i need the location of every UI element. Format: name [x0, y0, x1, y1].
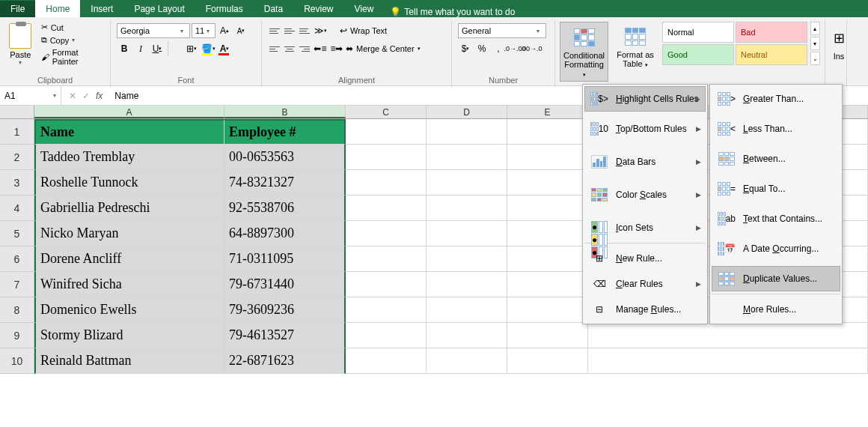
- cell-E5[interactable]: [507, 221, 588, 246]
- cell-B3[interactable]: 74-8321327: [224, 170, 346, 196]
- cell-E8[interactable]: [507, 297, 588, 323]
- decrease-decimal-button[interactable]: .00→.0: [524, 41, 539, 56]
- format-as-table-button[interactable]: Format as Table ▾: [611, 22, 659, 71]
- cell-E6[interactable]: [507, 246, 588, 272]
- tab-data[interactable]: Data: [254, 1, 293, 17]
- cell-D1[interactable]: [427, 119, 507, 145]
- name-box[interactable]: A1 ▾: [0, 86, 61, 105]
- align-middle-button[interactable]: [283, 24, 296, 37]
- border-button[interactable]: ⊞▾: [184, 41, 199, 56]
- tell-me-search[interactable]: 💡 Tell me what you want to do: [390, 7, 515, 17]
- col-header-B[interactable]: B: [224, 106, 346, 118]
- row-header-2[interactable]: 2: [0, 145, 34, 170]
- row-header-6[interactable]: 6: [0, 246, 34, 272]
- cell-A2[interactable]: Taddeo Tremblay: [34, 145, 224, 170]
- menu-icon-sets[interactable]: ●●● Icon Sets ▶: [584, 215, 706, 240]
- cell-A4[interactable]: Gabriellia Pedreschi: [34, 196, 224, 221]
- bold-button[interactable]: B: [117, 41, 132, 56]
- cell-C4[interactable]: [346, 196, 427, 221]
- decrease-indent-button[interactable]: ⬅≡: [313, 41, 328, 56]
- row-header-5[interactable]: 5: [0, 221, 34, 246]
- orientation-button[interactable]: ≫▾: [313, 23, 328, 38]
- menu-data-bars[interactable]: Data Bars ▶: [584, 149, 706, 175]
- wrap-text-button[interactable]: ↩ Wrap Text: [340, 23, 387, 38]
- cell-D10[interactable]: [427, 348, 507, 374]
- col-header-C[interactable]: C: [346, 106, 427, 118]
- fx-icon[interactable]: fx: [96, 91, 103, 101]
- cell-C1[interactable]: [346, 119, 427, 145]
- increase-font-button[interactable]: A▴: [217, 23, 232, 38]
- cell-A1[interactable]: Name: [34, 119, 224, 145]
- menu-between[interactable]: Between...: [712, 146, 840, 172]
- menu-date-occurring[interactable]: 📅 A Date Occurring...: [712, 236, 840, 261]
- menu-color-scales[interactable]: Color Scales ▶: [584, 182, 706, 208]
- font-name-combo[interactable]: Georgia ▾: [117, 23, 190, 38]
- enter-formula-icon[interactable]: ✓: [82, 91, 90, 101]
- menu-top-bottom-rules[interactable]: 10 Top/Bottom Rules ▶: [584, 116, 706, 142]
- row-header-1[interactable]: 1: [0, 119, 34, 145]
- cell-C2[interactable]: [346, 145, 427, 170]
- cell-A8[interactable]: Domenico Ewells: [34, 297, 224, 323]
- cell-B1[interactable]: Employee #: [224, 119, 346, 145]
- cell-D8[interactable]: [427, 297, 507, 323]
- percent-button[interactable]: %: [474, 41, 489, 56]
- col-header-A[interactable]: A: [34, 106, 224, 118]
- cell-B4[interactable]: 92-5538706: [224, 196, 346, 221]
- number-format-combo[interactable]: General ▾: [458, 23, 546, 38]
- underline-button[interactable]: U▾: [150, 41, 165, 56]
- cell-A10[interactable]: Reinald Battman: [34, 348, 224, 374]
- row-header-9[interactable]: 9: [0, 323, 34, 348]
- menu-highlight-cells-rules[interactable]: $> Highlight Cells Rules ▶: [584, 86, 706, 112]
- conditional-formatting-button[interactable]: Conditional Formatting ▾: [560, 22, 608, 82]
- row-header-4[interactable]: 4: [0, 196, 34, 221]
- align-left-button[interactable]: [268, 42, 281, 55]
- cell-A5[interactable]: Nicko Maryan: [34, 221, 224, 246]
- gallery-up-icon[interactable]: ▴: [810, 22, 820, 35]
- menu-manage-rules[interactable]: ⊟ Manage Rules...: [584, 297, 706, 322]
- cell-C3[interactable]: [346, 170, 427, 196]
- cell-B10[interactable]: 22-6871623: [224, 348, 346, 374]
- style-neutral[interactable]: Neutral: [736, 44, 807, 65]
- insert-button[interactable]: ⊞ Ins: [830, 23, 848, 64]
- font-size-combo[interactable]: 11 ▾: [192, 23, 216, 38]
- menu-new-rule[interactable]: ⊞ New Rule...: [584, 246, 706, 271]
- row-header-3[interactable]: 3: [0, 170, 34, 196]
- copy-button[interactable]: ⧉ Copy ▾: [40, 34, 106, 46]
- cell-C9[interactable]: [346, 323, 427, 348]
- cell-B5[interactable]: 64-8897300: [224, 221, 346, 246]
- italic-button[interactable]: I: [133, 41, 148, 56]
- align-bottom-button[interactable]: [298, 24, 311, 37]
- increase-indent-button[interactable]: ≡➡: [329, 41, 344, 56]
- cell-C5[interactable]: [346, 221, 427, 246]
- cell-B7[interactable]: 79-6731440: [224, 272, 346, 297]
- cell-B6[interactable]: 71-0311095: [224, 246, 346, 272]
- gallery-down-icon[interactable]: ▾: [810, 37, 820, 50]
- decrease-font-button[interactable]: A▾: [233, 23, 248, 38]
- style-normal[interactable]: Normal: [662, 22, 734, 43]
- style-good[interactable]: Good: [662, 44, 734, 65]
- cell-remainder[interactable]: [588, 348, 868, 374]
- select-all-corner[interactable]: [0, 106, 34, 118]
- cell-B8[interactable]: 79-3609236: [224, 297, 346, 323]
- menu-more-rules[interactable]: More Rules...: [712, 297, 840, 322]
- cell-E9[interactable]: [507, 323, 588, 348]
- cell-C6[interactable]: [346, 246, 427, 272]
- cell-D7[interactable]: [427, 272, 507, 297]
- cell-C7[interactable]: [346, 272, 427, 297]
- cell-E2[interactable]: [507, 145, 588, 170]
- paste-button[interactable]: Paste ▾: [4, 22, 37, 67]
- cell-C10[interactable]: [346, 348, 427, 374]
- cancel-formula-icon[interactable]: ✕: [69, 91, 76, 101]
- tab-formulas[interactable]: Formulas: [195, 1, 254, 17]
- tab-page-layout[interactable]: Page Layout: [123, 1, 195, 17]
- row-header-10[interactable]: 10: [0, 348, 34, 374]
- align-center-button[interactable]: [283, 42, 296, 55]
- row-header-8[interactable]: 8: [0, 297, 34, 323]
- tab-review[interactable]: Review: [293, 1, 343, 17]
- col-header-D[interactable]: D: [427, 106, 507, 118]
- cell-A9[interactable]: Stormy Blizard: [34, 323, 224, 348]
- menu-clear-rules[interactable]: ⌫ Clear Rules ▶: [584, 271, 706, 297]
- cell-E3[interactable]: [507, 170, 588, 196]
- merge-center-button[interactable]: ⬌ Merge & Center ▾: [346, 41, 421, 56]
- tab-home[interactable]: Home: [35, 0, 80, 17]
